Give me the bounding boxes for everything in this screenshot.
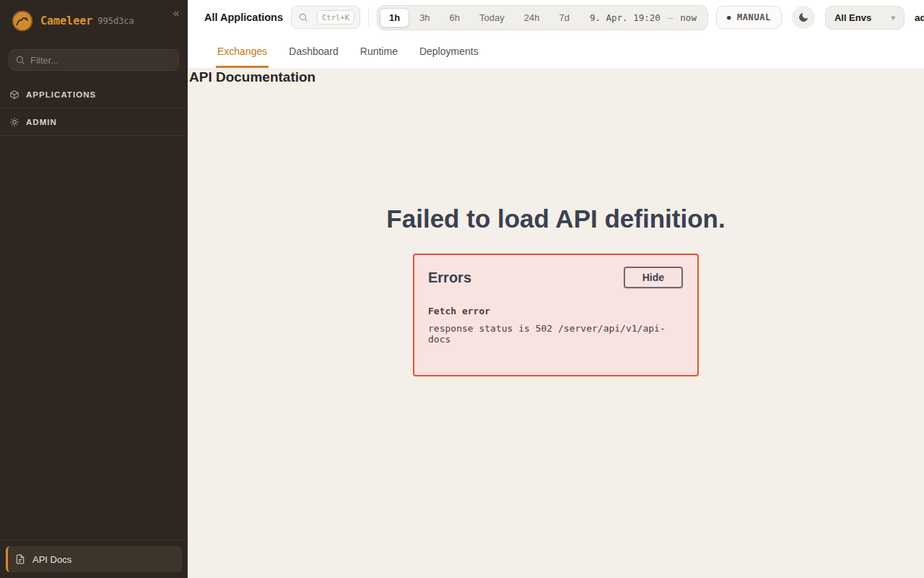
manual-refresh-button[interactable]: ● MANUAL bbox=[716, 6, 782, 29]
header-right-cluster: ● MANUAL All Envs ▾ adm bbox=[716, 6, 924, 30]
time-range-display[interactable]: 9. Apr. 19:20 — now bbox=[580, 12, 705, 23]
top-header: All Applications Ctrl+K 1h 3h 6h Today 2… bbox=[188, 0, 924, 35]
sidebar: Cameleer 995d3ca « APPLICATIONS ADMIN bbox=[0, 0, 188, 578]
sidebar-bottom: API Docs bbox=[0, 540, 188, 578]
sidebar-item-api-docs[interactable]: API Docs bbox=[6, 546, 182, 572]
app-name: Cameleer bbox=[40, 14, 92, 27]
error-message: Fetch error response status is 502 /serv… bbox=[428, 306, 683, 345]
tab-dashboard[interactable]: Dashboard bbox=[287, 35, 340, 68]
time-range-end: now bbox=[680, 12, 697, 23]
search-shortcut-badge: Ctrl+K bbox=[317, 10, 354, 25]
time-range-7d[interactable]: 7d bbox=[549, 8, 578, 27]
page-title: API Documentation bbox=[188, 68, 924, 85]
sidebar-item-label: ADMIN bbox=[26, 118, 57, 126]
errors-panel-header: Errors Hide bbox=[428, 267, 683, 288]
app-root: Cameleer 995d3ca « APPLICATIONS ADMIN bbox=[0, 0, 924, 578]
page-tabs: Exchanges Dashboard Runtime Deployments bbox=[188, 35, 924, 68]
environment-selected-value: All Envs bbox=[834, 12, 871, 23]
logo-row: Cameleer 995d3ca « bbox=[0, 0, 188, 42]
sidebar-item-admin[interactable]: ADMIN bbox=[0, 108, 188, 136]
filter-input[interactable] bbox=[9, 49, 179, 71]
hide-errors-button[interactable]: Hide bbox=[624, 267, 683, 288]
dark-mode-toggle[interactable] bbox=[792, 6, 815, 29]
time-range-1h[interactable]: 1h bbox=[380, 8, 409, 27]
time-range-3h[interactable]: 3h bbox=[410, 8, 439, 27]
sidebar-item-label: APPLICATIONS bbox=[26, 90, 96, 99]
swagger-error-section: Failed to load API definition. Errors Hi… bbox=[188, 204, 924, 376]
user-menu[interactable]: adm bbox=[915, 12, 924, 23]
document-icon bbox=[15, 554, 25, 564]
search-icon bbox=[298, 12, 308, 22]
tab-exchanges[interactable]: Exchanges bbox=[216, 35, 269, 68]
time-range-separator: — bbox=[668, 12, 674, 23]
header-divider bbox=[368, 8, 369, 27]
time-range-6h[interactable]: 6h bbox=[440, 8, 469, 27]
sidebar-collapse-icon[interactable]: « bbox=[173, 7, 179, 19]
sidebar-filter bbox=[9, 49, 179, 71]
errors-title: Errors bbox=[428, 269, 471, 286]
sidebar-spacer bbox=[0, 136, 188, 540]
header-title: All Applications bbox=[204, 12, 283, 23]
content-area: API Documentation Failed to load API def… bbox=[188, 68, 924, 578]
chevron-down-icon: ▾ bbox=[892, 14, 895, 22]
sidebar-item-label: API Docs bbox=[32, 554, 71, 565]
time-range-today[interactable]: Today bbox=[470, 8, 514, 27]
error-name: Fetch error bbox=[428, 306, 683, 316]
cube-icon bbox=[9, 90, 19, 100]
tab-deployments[interactable]: Deployments bbox=[418, 35, 480, 68]
gear-icon bbox=[9, 117, 19, 127]
tab-runtime[interactable]: Runtime bbox=[359, 35, 399, 68]
time-range-group: 1h 3h 6h Today 24h 7d 9. Apr. 19:20 — no… bbox=[377, 5, 708, 30]
status-dot-icon: ● bbox=[727, 14, 731, 21]
search-icon bbox=[15, 55, 25, 68]
app-version-hash: 995d3ca bbox=[97, 16, 134, 26]
cameleer-logo-icon bbox=[12, 10, 33, 32]
main-column: All Applications Ctrl+K 1h 3h 6h Today 2… bbox=[188, 0, 924, 578]
manual-label: MANUAL bbox=[737, 12, 771, 22]
time-range-start: 9. Apr. 19:20 bbox=[590, 12, 661, 23]
fail-message: Failed to load API definition. bbox=[386, 204, 725, 234]
moon-icon bbox=[798, 12, 809, 23]
environment-select[interactable]: All Envs ▾ bbox=[825, 6, 905, 30]
global-search[interactable]: Ctrl+K bbox=[291, 6, 360, 29]
sidebar-item-applications[interactable]: APPLICATIONS bbox=[0, 81, 188, 108]
error-detail: response status is 502 /server/api/v1/ap… bbox=[428, 323, 683, 345]
errors-panel: Errors Hide Fetch error response status … bbox=[413, 254, 699, 376]
time-range-24h[interactable]: 24h bbox=[515, 8, 549, 27]
